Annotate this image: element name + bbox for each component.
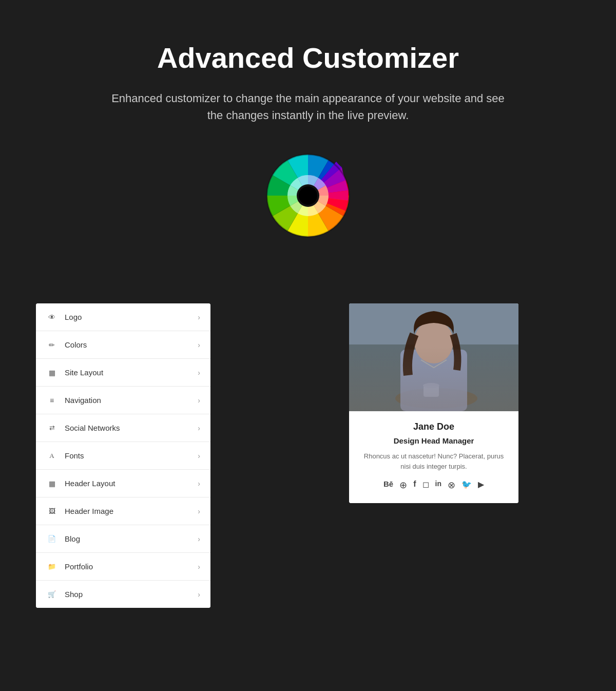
sidebar-item-logo[interactable]: 👁 Logo › xyxy=(36,303,210,331)
sidebar-item-site-layout[interactable]: ▦ Site Layout › xyxy=(36,359,210,387)
chevron-right-icon: › xyxy=(198,507,200,515)
chevron-right-icon: › xyxy=(198,590,200,599)
sidebar-label-shop: Shop xyxy=(65,590,198,599)
instagram-icon[interactable]: ◻ xyxy=(422,479,429,491)
chevron-right-icon: › xyxy=(198,563,200,571)
chevron-right-icon: › xyxy=(198,396,200,405)
sidebar-label-blog: Blog xyxy=(65,534,198,543)
profile-name: Jane Doe xyxy=(359,421,508,432)
eye-icon: 👁 xyxy=(46,313,57,321)
blog-icon: 📄 xyxy=(46,535,57,543)
youtube-icon[interactable]: ▶ xyxy=(478,479,484,491)
profile-card: Jane Doe Design Head Manager Rhoncus ac … xyxy=(349,303,518,503)
sidebar-label-social-networks: Social Networks xyxy=(65,424,198,432)
sidebar-label-colors: Colors xyxy=(65,340,198,349)
hero-section: Advanced Customizer Enhanced customizer … xyxy=(0,0,616,303)
svg-rect-10 xyxy=(349,303,518,411)
svg-rect-4 xyxy=(349,344,518,411)
pinterest-icon[interactable]: ⊗ xyxy=(448,479,455,491)
chevron-right-icon: › xyxy=(198,341,200,349)
twitter-icon[interactable]: 🐦 xyxy=(461,479,472,491)
sidebar-label-header-image: Header Image xyxy=(65,507,198,515)
sidebar-item-navigation[interactable]: ≡ Navigation › xyxy=(36,387,210,414)
profile-title: Design Head Manager xyxy=(359,436,508,445)
profile-bio: Rhoncus ac ut nascetur! Nunc? Placerat, … xyxy=(359,451,508,471)
chevron-right-icon: › xyxy=(198,369,200,377)
sidebar-label-portfolio: Portfolio xyxy=(65,562,198,571)
color-wheel-container xyxy=(51,149,565,242)
sidebar-label-logo: Logo xyxy=(65,313,198,321)
layout-icon: ▦ xyxy=(46,479,57,488)
behance-icon[interactable]: Bē xyxy=(383,479,393,491)
main-content: 👁 Logo › ✏ Colors › ▦ Site Layout › ≡ Na… xyxy=(0,303,616,608)
social-icons-row: Bē ⊕ f ◻ in ⊗ 🐦 ▶ xyxy=(359,479,508,491)
sidebar-panel: 👁 Logo › ✏ Colors › ▦ Site Layout › ≡ Na… xyxy=(36,303,210,608)
chevron-right-icon: › xyxy=(198,535,200,543)
profile-image xyxy=(349,303,518,411)
hero-description: Enhanced customizer to change the main a… xyxy=(103,90,513,124)
sidebar-label-navigation: Navigation xyxy=(65,396,198,405)
portfolio-icon: 📁 xyxy=(46,563,57,570)
sidebar-item-blog[interactable]: 📄 Blog › xyxy=(36,525,210,553)
chevron-right-icon: › xyxy=(198,424,200,432)
shop-icon: 🛒 xyxy=(46,590,57,598)
svg-point-7 xyxy=(423,383,439,388)
sidebar-item-shop[interactable]: 🛒 Shop › xyxy=(36,581,210,608)
facebook-icon[interactable]: f xyxy=(413,479,416,491)
sidebar-label-site-layout: Site Layout xyxy=(65,368,198,377)
svg-point-5 xyxy=(395,388,477,409)
svg-rect-6 xyxy=(424,386,439,397)
sidebar-item-fonts[interactable]: A Fonts › xyxy=(36,442,210,470)
sidebar-item-social-networks[interactable]: ⇄ Social Networks › xyxy=(36,414,210,442)
chevron-right-icon: › xyxy=(198,313,200,321)
profile-info: Jane Doe Design Head Manager Rhoncus ac … xyxy=(349,411,518,503)
font-icon: A xyxy=(46,452,57,460)
chevron-right-icon: › xyxy=(198,452,200,460)
linkedin-icon[interactable]: in xyxy=(435,479,441,491)
profile-photo-svg xyxy=(349,303,518,411)
svg-point-1 xyxy=(299,186,317,205)
menu-icon: ≡ xyxy=(46,396,57,405)
chevron-right-icon: › xyxy=(198,479,200,488)
image-icon: 🖼 xyxy=(46,507,57,515)
share-icon: ⇄ xyxy=(46,424,57,432)
grid-icon: ▦ xyxy=(46,369,57,377)
sidebar-item-portfolio[interactable]: 📁 Portfolio › xyxy=(36,553,210,581)
page-title: Advanced Customizer xyxy=(51,41,565,74)
sidebar-item-header-layout[interactable]: ▦ Header Layout › xyxy=(36,470,210,497)
dribbble-icon[interactable]: ⊕ xyxy=(399,479,407,491)
color-wheel-icon xyxy=(262,149,354,242)
sidebar-label-fonts: Fonts xyxy=(65,451,198,460)
svg-rect-8 xyxy=(400,350,467,411)
sidebar-item-header-image[interactable]: 🖼 Header Image › xyxy=(36,497,210,525)
sidebar-item-colors[interactable]: ✏ Colors › xyxy=(36,331,210,359)
pencil-icon: ✏ xyxy=(46,341,57,349)
sidebar-label-header-layout: Header Layout xyxy=(65,479,198,488)
